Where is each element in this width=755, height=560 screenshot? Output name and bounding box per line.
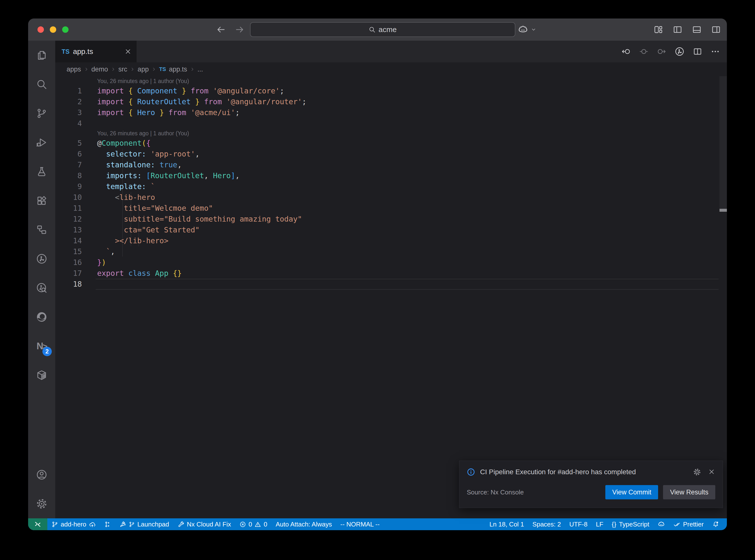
code-line[interactable]: 11 title="Welcmoe demo": [55, 203, 727, 214]
breadcrumb: apps demo src app TS app.ts ...: [55, 62, 727, 76]
changes-icon[interactable]: [639, 47, 649, 56]
code-line[interactable]: 4: [55, 118, 727, 129]
testing-icon[interactable]: [28, 157, 55, 186]
customize-layout-icon[interactable]: [653, 25, 663, 35]
branch-status-item[interactable]: add-hero: [47, 518, 100, 530]
auto-attach-item[interactable]: Auto Attach: Always: [272, 518, 336, 530]
breadcrumb-demo[interactable]: demo: [92, 65, 108, 73]
run-debug-icon[interactable]: [28, 128, 55, 157]
toggle-panel-icon[interactable]: [692, 25, 702, 35]
view-results-button[interactable]: View Results: [663, 485, 715, 499]
eol-item[interactable]: LF: [592, 518, 608, 530]
code-line[interactable]: 6 selector: 'app-root',: [55, 148, 727, 159]
commit-graph-icon[interactable]: [675, 46, 684, 57]
accounts-icon[interactable]: [28, 460, 55, 489]
back-icon[interactable]: [216, 25, 226, 35]
breadcrumb-src[interactable]: src: [118, 65, 127, 73]
code-line[interactable]: 7 standalone: true,: [55, 159, 727, 170]
search-sidebar-icon[interactable]: [28, 70, 55, 99]
code-editor[interactable]: You, 26 minutes ago | 1 author (You)1imp…: [55, 76, 727, 518]
vertical-scrollbar[interactable]: [719, 76, 727, 518]
toggle-primary-sidebar-icon[interactable]: [673, 25, 682, 35]
language-mode-item[interactable]: {} TypeScript: [608, 518, 653, 530]
chevron-down-icon[interactable]: [531, 27, 536, 32]
encoding-item[interactable]: UTF-8: [565, 518, 592, 530]
code-line[interactable]: 13 cta="Get Started": [55, 224, 727, 235]
explorer-icon[interactable]: [28, 41, 55, 70]
notification-toast: CI Pipeline Execution for #add-hero has …: [459, 461, 723, 508]
cursor-position-item[interactable]: Ln 18, Col 1: [485, 518, 528, 530]
code-text: [82, 279, 97, 289]
code-line[interactable]: 16}): [55, 257, 727, 268]
extensions-icon[interactable]: [28, 186, 55, 215]
code-line[interactable]: 15 `,: [55, 246, 727, 257]
breadcrumb-symbol-tail[interactable]: ...: [198, 65, 203, 73]
indent-guide: [122, 148, 123, 257]
containers-icon[interactable]: [28, 361, 55, 390]
close-tab-icon[interactable]: [124, 48, 132, 55]
code-lines: You, 26 minutes ago | 1 author (You)1imp…: [55, 77, 727, 289]
code-line[interactable]: 14 ></lib-hero>: [55, 235, 727, 246]
line-number: 18: [55, 279, 82, 289]
problems-item[interactable]: 0 0: [235, 518, 272, 530]
code-line[interactable]: 12 subtitle="Build something amazing tod…: [55, 214, 727, 224]
next-change-icon[interactable]: [657, 47, 666, 56]
indent-guide: [131, 192, 131, 246]
chevron-right-icon: [130, 67, 135, 72]
code-line[interactable]: 3import { Hero } from '@acme/ui';: [55, 107, 727, 118]
launchpad-item[interactable]: Launchpad: [115, 518, 173, 530]
breadcrumb-apps[interactable]: apps: [66, 65, 81, 73]
minimize-window-button[interactable]: [50, 26, 56, 33]
code-text: }): [82, 257, 106, 268]
double-check-icon: [673, 521, 680, 528]
copilot-icon[interactable]: [518, 24, 529, 35]
project-graph-icon[interactable]: [28, 215, 55, 244]
notifications-bell-item[interactable]: [708, 518, 723, 530]
git-branch-status-icon: [104, 521, 111, 528]
code-text: [82, 118, 97, 129]
formatter-item[interactable]: Prettier: [669, 518, 708, 530]
code-line[interactable]: 10 <lib-hero: [55, 192, 727, 203]
vim-mode-item[interactable]: -- NORMAL --: [336, 518, 384, 530]
breadcrumb-file[interactable]: app.ts: [169, 65, 187, 73]
copilot-status-item[interactable]: [653, 518, 669, 530]
code-line[interactable]: 8 imports: [RouterOutlet, Hero],: [55, 170, 727, 181]
code-line[interactable]: 2import { RouterOutlet } from '@angular/…: [55, 96, 727, 107]
forward-icon[interactable]: [235, 25, 244, 35]
edge-devtools-icon[interactable]: [28, 302, 55, 332]
gitlens-inspect-icon[interactable]: [28, 273, 55, 302]
code-line[interactable]: 9 template: `: [55, 181, 727, 192]
gitlens-branch-status-item[interactable]: [100, 518, 115, 530]
breadcrumb-app[interactable]: app: [138, 65, 149, 73]
settings-gear-icon[interactable]: [28, 489, 55, 518]
tab-app-ts[interactable]: TS app.ts: [55, 41, 137, 62]
line-number: 7: [55, 159, 82, 170]
command-center-search[interactable]: acme: [250, 22, 515, 37]
source-control-icon[interactable]: [28, 99, 55, 128]
code-line[interactable]: 18: [55, 279, 727, 289]
code-line[interactable]: 1import { Component } from '@angular/cor…: [55, 85, 727, 96]
nx-console-icon[interactable]: N> 2: [28, 332, 55, 361]
code-line[interactable]: 17export class App {}: [55, 268, 727, 279]
view-commit-button[interactable]: View Commit: [605, 485, 658, 499]
blame-annotation: You, 26 minutes ago | 1 author (You): [82, 129, 189, 138]
code-text: export class App {}: [82, 268, 182, 279]
cloud-upload-icon: [89, 521, 96, 528]
code-text: <lib-hero: [82, 192, 155, 203]
previous-change-icon[interactable]: [621, 47, 631, 56]
split-editor-icon[interactable]: [693, 47, 702, 56]
remote-indicator[interactable]: [28, 518, 47, 530]
gitlens-icon[interactable]: [28, 244, 55, 273]
more-actions-icon[interactable]: [711, 47, 720, 56]
error-icon: [239, 521, 246, 528]
notification-settings-gear-icon[interactable]: [693, 468, 701, 476]
code-line[interactable]: 5@Component({: [55, 138, 727, 148]
chevron-right-icon: [84, 67, 88, 72]
toggle-secondary-sidebar-icon[interactable]: [711, 25, 721, 35]
nx-cloud-fix-item[interactable]: Nx Cloud AI Fix: [173, 518, 235, 530]
zoom-window-button[interactable]: [62, 26, 68, 33]
close-window-button[interactable]: [38, 26, 44, 33]
indentation-item[interactable]: Spaces: 2: [528, 518, 565, 530]
wrench-icon: [178, 521, 184, 528]
notification-close-icon[interactable]: [708, 468, 715, 476]
